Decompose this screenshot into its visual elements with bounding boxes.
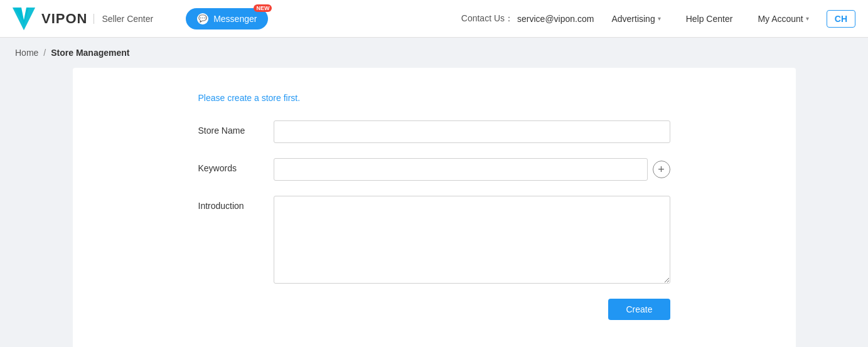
seller-center-label: Seller Center — [94, 14, 153, 24]
breadcrumb-separator: / — [43, 48, 46, 58]
introduction-textarea[interactable] — [274, 196, 670, 284]
my-account-chevron-icon: ▾ — [806, 15, 809, 22]
keywords-label: Keywords — [198, 158, 274, 173]
contact-email: service@vipon.com — [517, 14, 594, 24]
contact-area: Contact Us： service@vipon.com — [461, 13, 594, 24]
breadcrumb-current: Store Management — [51, 48, 129, 58]
keywords-row: Keywords + — [198, 158, 670, 181]
logo-text: VIPON — [41, 11, 87, 27]
messenger-button[interactable]: 💬 Messenger NEW — [186, 8, 268, 29]
messenger-new-badge: NEW — [254, 4, 272, 12]
breadcrumb: Home / Store Management — [0, 38, 868, 68]
store-name-input[interactable] — [274, 120, 670, 143]
messenger-icon: 💬 — [197, 13, 208, 24]
contact-label: Contact Us： — [461, 13, 513, 24]
add-keyword-button[interactable]: + — [653, 161, 670, 178]
help-center-label: Help Center — [686, 14, 733, 24]
account-badge-button[interactable]: CH — [827, 10, 855, 28]
plus-icon: + — [658, 163, 665, 176]
submit-row: Create — [198, 299, 670, 320]
content-card: Please create a store first. Store Name … — [73, 68, 796, 347]
advertising-chevron-icon: ▾ — [658, 15, 661, 22]
introduction-label: Introduction — [198, 196, 274, 211]
messenger-label: Messenger — [213, 14, 257, 24]
my-account-label: My Account — [758, 14, 803, 24]
my-account-menu[interactable]: My Account ▾ — [750, 14, 816, 24]
keywords-input-wrap: + — [274, 158, 670, 181]
advertising-menu[interactable]: Advertising ▾ — [604, 14, 668, 24]
breadcrumb-home[interactable]: Home — [15, 48, 38, 58]
create-button[interactable]: Create — [608, 299, 670, 320]
keywords-input[interactable] — [274, 158, 648, 181]
svg-marker-1 — [13, 8, 35, 30]
create-store-prompt: Please create a store first. — [198, 93, 670, 103]
advertising-label: Advertising — [611, 14, 655, 24]
store-name-input-wrap — [274, 120, 670, 143]
introduction-input-wrap — [274, 196, 670, 284]
store-name-label: Store Name — [198, 120, 274, 136]
introduction-row: Introduction — [198, 196, 670, 284]
main-content: Please create a store first. Store Name … — [58, 68, 811, 347]
logo-area: VIPON Seller Center — [13, 8, 153, 30]
vipon-logo-icon — [13, 8, 35, 30]
help-center-link[interactable]: Help Center — [678, 14, 741, 24]
store-name-row: Store Name — [198, 120, 670, 143]
header: VIPON Seller Center 💬 Messenger NEW Cont… — [0, 0, 868, 38]
